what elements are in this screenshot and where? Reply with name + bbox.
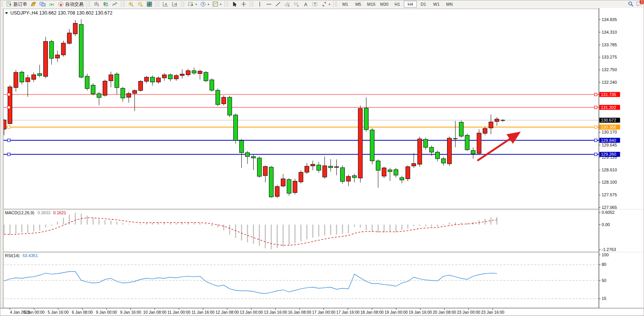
period-clock-icon [200,1,206,7]
svg-text:127.575: 127.575 [602,192,617,197]
svg-text:134.310: 134.310 [602,30,617,34]
bar-chart-button[interactable] [92,0,101,8]
svg-text:MACD(12,26,9): MACD(12,26,9) [5,210,34,215]
cursor-icon [231,1,238,7]
search-icon[interactable] [628,1,634,8]
toolbar-group [91,0,120,8]
svg-text:11 Jan 00:00: 11 Jan 00:00 [167,310,190,314]
text-button[interactable]: A [301,0,310,8]
svg-text:RSI(14): RSI(14) [5,253,20,258]
toolbar-group: ▾▾▾ [185,0,224,8]
market-watch-button[interactable] [38,0,47,8]
new-order-button-label: 新订单 [13,1,27,8]
chart-window[interactable]: USDJPY-,H4 130.662 130.708 130.602 130.6… [0,8,644,316]
svg-text:0.6052: 0.6052 [602,210,615,215]
timeframe-h1-button[interactable]: H1 [391,1,404,8]
vertical-line-button[interactable] [255,0,264,8]
auto-scroll-button[interactable] [161,0,170,8]
svg-text:17 Jan 00:00: 17 Jan 00:00 [312,310,336,314]
chart-shift-button[interactable] [170,0,179,8]
fibonacci-button[interactable]: F [292,0,301,8]
svg-text:E: E [288,5,290,7]
template-icon [212,1,218,7]
toolbar-group [229,0,249,8]
new-chart-button[interactable]: ▾ [186,0,198,8]
svg-text:50: 50 [602,278,606,283]
signals-button[interactable] [47,0,56,8]
timeframe-m1-button[interactable]: M1 [339,1,352,8]
timeframe-m15-button[interactable]: M15 [365,1,378,8]
chevron-down-icon[interactable]: ▾ [195,3,197,6]
toolbar-grip [157,2,159,7]
svg-text:13 Jan 16:00: 13 Jan 16:00 [264,310,287,314]
toolbar-separator [156,1,156,7]
chart-profile-icon [30,1,36,7]
line-chart-button[interactable] [110,0,120,8]
timeframe-mn-button[interactable]: MN [443,1,456,8]
svg-text:129.645: 129.645 [602,143,617,147]
templates-button[interactable]: ▾ [211,0,223,8]
timeframe-m5-button[interactable]: M5 [352,1,365,8]
chat-button[interactable]: 1 [636,1,642,8]
zoom-out-button[interactable] [136,0,145,8]
trading-platform-window: 新订单自动交易▾▾▾EFAT▾M1M5M15M30H1H4D1W1MN1 USD… [0,0,644,316]
timeframe-d1-button[interactable]: D1 [417,1,430,8]
horizontal-line-button[interactable] [264,0,274,8]
svg-text:0.3833: 0.3833 [38,210,51,215]
zoom-in-button[interactable] [126,0,136,8]
timeframe-h4-button[interactable]: H4 [404,1,417,8]
svg-text:134.835: 134.835 [602,17,617,22]
svg-text:5 Jan 00:00: 5 Jan 00:00 [24,310,45,314]
svg-text:130.388: 130.388 [601,125,616,129]
svg-text:A: A [304,2,307,7]
timeframe-m30-button[interactable]: M30 [378,1,391,8]
trendline-button[interactable] [274,0,283,8]
line-chart-icon [112,1,118,7]
svg-text:133.785: 133.785 [602,42,617,47]
arrows-icon [321,1,327,7]
auto-trading-button[interactable]: 自动交易 [56,0,85,8]
chevron-down-icon[interactable]: ▾ [329,3,330,6]
toolbar-grip [252,2,254,7]
main-toolbar: 新订单自动交易▾▾▾EFAT▾M1M5M15M30H1H4D1W1MN1 [0,0,644,8]
chart-profile-button[interactable] [29,0,38,8]
candlestick-chart-icon [103,1,109,7]
svg-text:12 Jan 08:00: 12 Jan 08:00 [216,310,239,314]
timeframe-group: M1M5M15M30H1H4D1W1MN [338,0,457,8]
vertical-line-icon [257,1,263,7]
svg-text:133.275: 133.275 [602,55,617,59]
toolbar-group [160,0,180,8]
chevron-down-icon[interactable]: ▾ [208,3,209,6]
svg-text:20 Jan 08:00: 20 Jan 08:00 [433,310,456,314]
chart-canvas[interactable]: USDJPY-,H4 130.662 130.708 130.602 130.6… [0,8,644,316]
text-label-icon: T [312,1,318,7]
timeframe-w1-button[interactable]: W1 [430,1,443,8]
toolbar-separator [87,1,87,7]
svg-text:128.610: 128.610 [602,168,617,172]
svg-text:16 Jan 08:00: 16 Jan 08:00 [288,310,311,314]
tile-windows-button[interactable] [145,0,154,8]
svg-text:T: T [314,2,316,6]
svg-text:19 Jan 16:00: 19 Jan 16:00 [409,310,432,314]
arrows-button[interactable]: ▾ [320,0,332,8]
new-order-button[interactable]: 新订单 [5,0,29,8]
cursor-button[interactable] [230,0,239,8]
equidistant-channel-button[interactable]: E [283,0,292,8]
toolbar-group: EFAT▾ [254,0,333,8]
tile-windows-icon [146,1,152,7]
toolbar-group [126,0,155,8]
toolbar-separator [224,1,225,7]
text-label-button[interactable]: T [310,0,320,8]
toolbar-grip [335,2,337,7]
new-order-icon [6,1,12,7]
toolbar-grip [88,2,90,7]
symbol-period-ohlc-label: USDJPY-,H4 130.662 130.708 130.602 130.6… [10,10,112,16]
chevron-down-icon[interactable]: ▾ [220,3,221,6]
periods-button[interactable]: ▾ [198,0,211,8]
text-icon: A [303,1,309,7]
crosshair-button[interactable] [239,0,248,8]
svg-text:129.840: 129.840 [601,138,616,143]
candlestick-chart-button[interactable] [101,0,110,8]
auto-trading-button-label: 自动交易 [65,1,84,8]
svg-text:23 Jan 16:00: 23 Jan 16:00 [481,310,505,314]
